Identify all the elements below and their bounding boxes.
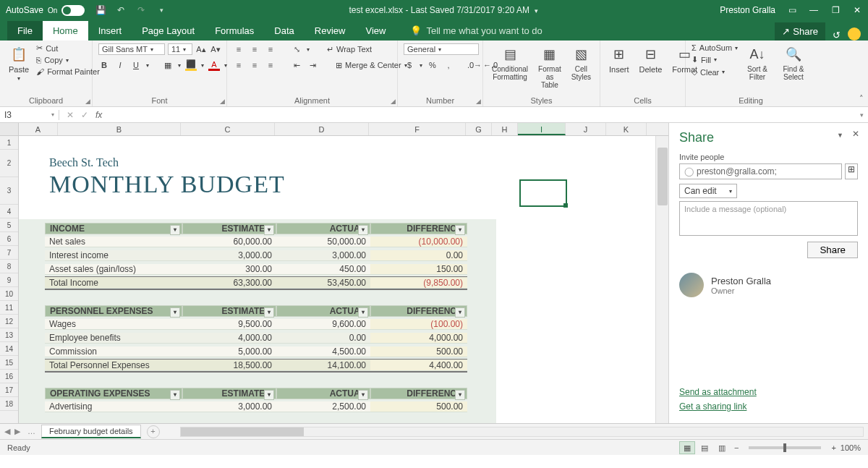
row-header-8[interactable]: 8 xyxy=(0,260,18,273)
italic-button[interactable]: I xyxy=(114,59,126,71)
table-header[interactable]: ESTIMATED▾ xyxy=(182,305,276,317)
undo-icon[interactable]: ↶ xyxy=(115,4,127,16)
accounting-icon[interactable]: $ xyxy=(404,59,415,71)
alignment-launcher-icon[interactable]: ◢ xyxy=(391,98,396,105)
row-header-16[interactable]: 16 xyxy=(0,370,18,383)
paste-button[interactable]: 📋 Paste ▾ xyxy=(6,43,32,83)
align-right-icon[interactable]: ≡ xyxy=(265,59,276,71)
table-header[interactable]: ESTIMATED▾ xyxy=(182,388,276,399)
vertical-scrollbar[interactable] xyxy=(655,136,668,423)
row-header-1[interactable]: 1 xyxy=(0,136,18,150)
cancel-formula-icon[interactable]: ✕ xyxy=(67,110,74,120)
fill-button[interactable]: ⬇Fill ▾ xyxy=(692,55,738,64)
row-header-7[interactable]: 7 xyxy=(0,246,18,260)
table-cell[interactable]: 3,000.00 xyxy=(276,250,370,261)
table-cell[interactable]: 3,000.00 xyxy=(182,250,276,261)
filter-icon[interactable]: ▾ xyxy=(264,390,274,400)
col-header-I[interactable]: I xyxy=(518,123,566,135)
table-cell[interactable]: Wages xyxy=(45,319,182,330)
pane-options-icon[interactable]: ▼ xyxy=(837,132,843,139)
tab-home[interactable]: Home xyxy=(43,21,88,41)
qat-customize-icon[interactable]: ▾ xyxy=(156,4,167,16)
align-left-icon[interactable]: ≡ xyxy=(233,59,244,71)
row-header-6[interactable]: 6 xyxy=(0,232,18,246)
table-total-cell[interactable]: 53,450.00 xyxy=(276,278,370,289)
zoom-in-icon[interactable]: + xyxy=(831,443,835,452)
col-header-B[interactable]: B xyxy=(58,123,181,135)
collapse-ribbon-icon[interactable]: ˄ xyxy=(859,94,864,103)
table-cell[interactable]: 500.00 xyxy=(370,346,467,357)
tab-formulas[interactable]: Formulas xyxy=(205,21,264,41)
insert-cells-button[interactable]: ⊞Insert xyxy=(606,43,632,75)
table-cell[interactable]: 50,000.00 xyxy=(276,237,370,247)
underline-button[interactable]: U xyxy=(130,59,142,71)
table-header[interactable]: DIFFERENCE▾ xyxy=(370,388,467,399)
filter-icon[interactable]: ▾ xyxy=(455,225,465,235)
col-header-F[interactable]: F xyxy=(369,123,466,135)
page-layout-view-icon[interactable]: ▤ xyxy=(697,441,712,454)
table-total-cell[interactable]: Total Personnel Expenses xyxy=(45,360,182,371)
tab-file[interactable]: File xyxy=(7,21,43,41)
font-launcher-icon[interactable]: ◢ xyxy=(220,98,225,105)
tab-nav-next-icon[interactable]: ▶ xyxy=(14,427,20,436)
share-submit-button[interactable]: Share xyxy=(807,242,858,258)
save-icon[interactable]: 💾 xyxy=(95,4,106,16)
autosum-button[interactable]: ΣAutoSum ▾ xyxy=(692,43,738,52)
filter-icon[interactable]: ▾ xyxy=(264,225,274,235)
tab-review[interactable]: Review xyxy=(305,21,356,41)
table-cell[interactable]: Asset sales (gain/loss) xyxy=(45,264,182,275)
table-header[interactable]: ACTUAL▾ xyxy=(276,305,370,317)
smiley-feedback-icon[interactable]: ☺ xyxy=(848,27,861,41)
tab-view[interactable]: View xyxy=(355,21,396,41)
autosave-toggle[interactable] xyxy=(61,5,85,16)
page-break-view-icon[interactable]: ▥ xyxy=(714,441,730,454)
row-header-5[interactable]: 5 xyxy=(0,218,18,232)
filter-icon[interactable]: ▾ xyxy=(455,307,465,318)
table-cell[interactable]: 60,000.00 xyxy=(182,237,276,247)
col-header-A[interactable]: A xyxy=(19,123,58,135)
redo-icon[interactable]: ↷ xyxy=(135,4,147,16)
table-total-cell[interactable]: Total Income xyxy=(45,278,182,289)
shrink-font-icon[interactable]: A▾ xyxy=(210,43,221,55)
table-cell[interactable]: (100.00) xyxy=(370,319,467,330)
add-sheet-button[interactable]: + xyxy=(147,425,160,438)
table-cell[interactable]: Interest income xyxy=(45,250,182,261)
table-cell[interactable]: 9,600.00 xyxy=(276,319,370,330)
font-name-combo[interactable]: Gill Sans MT▾ xyxy=(98,43,165,55)
tab-data[interactable]: Data xyxy=(264,21,304,41)
table-cell[interactable]: 9,500.00 xyxy=(182,319,276,330)
table-total-cell[interactable]: 18,500.00 xyxy=(182,360,276,371)
filter-icon[interactable]: ▾ xyxy=(358,225,368,235)
increase-decimal-icon[interactable]: .0→ xyxy=(469,59,480,71)
tell-me-search[interactable]: 💡 Tell me what you want to do xyxy=(410,21,542,41)
format-painter-button[interactable]: 🖌Format Painter xyxy=(36,67,100,76)
filter-icon[interactable]: ▾ xyxy=(358,307,368,318)
row-header-17[interactable]: 17 xyxy=(0,383,18,397)
table-cell[interactable]: Commission xyxy=(45,346,182,357)
maximize-icon[interactable]: ❐ xyxy=(830,5,841,15)
row-header-9[interactable]: 9 xyxy=(0,273,18,287)
row-header-2[interactable]: 2 xyxy=(0,150,18,177)
cell-styles-button[interactable]: ▧Cell Styles xyxy=(569,43,594,82)
table-cell[interactable]: Net sales xyxy=(45,237,182,247)
align-bottom-icon[interactable]: ≡ xyxy=(265,43,276,55)
send-attachment-link[interactable]: Send as attachment xyxy=(679,387,858,397)
percent-icon[interactable]: % xyxy=(427,59,438,71)
align-top-icon[interactable]: ≡ xyxy=(233,43,244,55)
filter-icon[interactable]: ▾ xyxy=(264,307,274,318)
close-icon[interactable]: ✕ xyxy=(852,5,862,15)
row-header-15[interactable]: 15 xyxy=(0,356,18,370)
comma-icon[interactable]: , xyxy=(443,59,454,71)
horizontal-scrollbar[interactable] xyxy=(180,427,864,437)
minimize-icon[interactable]: — xyxy=(809,5,819,15)
table-header[interactable]: DIFFERENCE▾ xyxy=(370,223,467,234)
table-cell[interactable]: 4,000.00 xyxy=(370,333,467,344)
table-total-cell[interactable]: 14,100.00 xyxy=(276,360,370,371)
address-book-icon[interactable]: ⊞ xyxy=(845,163,858,179)
tab-page-layout[interactable]: Page Layout xyxy=(132,21,205,41)
tab-insert[interactable]: Insert xyxy=(88,21,132,41)
number-launcher-icon[interactable]: ◢ xyxy=(476,98,481,105)
user-name[interactable]: Preston Gralla xyxy=(720,5,775,15)
table-cell[interactable]: 450.00 xyxy=(276,264,370,275)
col-header-C[interactable]: C xyxy=(181,123,275,135)
